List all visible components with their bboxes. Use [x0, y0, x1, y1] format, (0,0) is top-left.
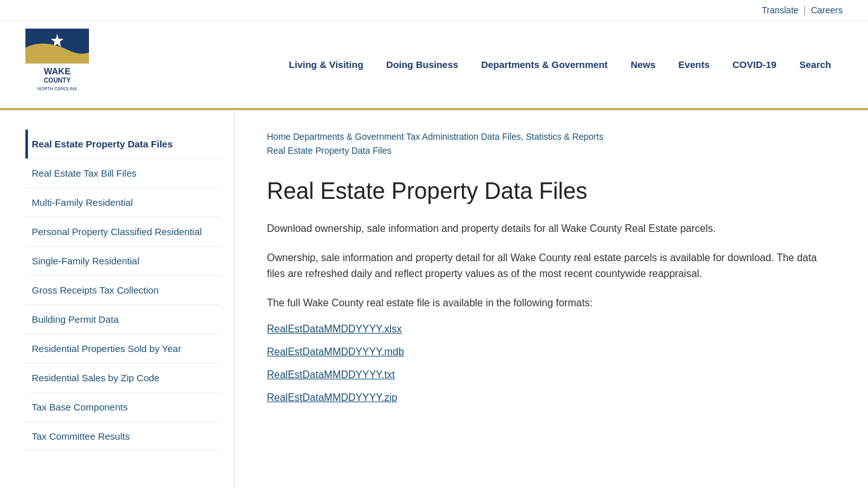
- svg-text:COUNTY: COUNTY: [44, 77, 71, 84]
- intro-paragraph: Download ownership, sale information and…: [267, 220, 836, 237]
- sidebar-item-real-estate-tax-bill[interactable]: Real Estate Tax Bill Files: [25, 159, 222, 188]
- nav-news[interactable]: News: [619, 53, 667, 76]
- sidebar-item-gross-receipts-tax[interactable]: Gross Receipts Tax Collection: [25, 276, 222, 305]
- file-link-txt[interactable]: RealEstDataMMDDYYYY.txt: [267, 369, 836, 381]
- site-header: WAKE COUNTY NORTH CAROLINA Living & Visi…: [0, 21, 868, 110]
- sidebar-item-real-estate-data-files[interactable]: Real Estate Property Data Files: [25, 130, 222, 159]
- svg-text:WAKE: WAKE: [44, 66, 71, 76]
- sidebar-item-building-permit-data[interactable]: Building Permit Data: [25, 305, 222, 334]
- breadcrumb: Home Departments & Government Tax Admini…: [267, 130, 836, 158]
- file-link-mdb[interactable]: RealEstDataMMDDYYYY.mdb: [267, 346, 836, 358]
- sidebar-item-residential-sales-zip[interactable]: Residential Sales by Zip Code: [25, 363, 222, 393]
- nav-events[interactable]: Events: [667, 53, 721, 76]
- breadcrumb-departments[interactable]: Departments & Government: [293, 132, 403, 142]
- top-bar: Translate | Careers: [0, 0, 868, 21]
- careers-link[interactable]: Careers: [811, 5, 843, 15]
- body-paragraph-2: Ownership, sale information and property…: [267, 250, 836, 282]
- nav-departments-government[interactable]: Departments & Government: [470, 53, 619, 76]
- sidebar-item-tax-committee-results[interactable]: Tax Committee Results: [25, 422, 222, 451]
- sidebar: Real Estate Property Data Files Real Est…: [0, 111, 235, 488]
- sidebar-item-residential-properties-sold[interactable]: Residential Properties Sold by Year: [25, 334, 222, 363]
- content-wrapper: Real Estate Property Data Files Real Est…: [0, 111, 868, 488]
- file-link-xlsx[interactable]: RealEstDataMMDDYYYY.xlsx: [267, 323, 836, 335]
- logo-area[interactable]: WAKE COUNTY NORTH CAROLINA: [25, 29, 89, 101]
- sidebar-item-personal-property-classified[interactable]: Personal Property Classified Residential: [25, 217, 222, 247]
- sidebar-item-single-family-residential[interactable]: Single-Family Residential: [25, 247, 222, 276]
- wake-county-logo: WAKE COUNTY NORTH CAROLINA: [25, 29, 89, 98]
- breadcrumb-tax-admin[interactable]: Tax Administration: [406, 132, 478, 142]
- breadcrumb-home[interactable]: Home: [267, 132, 290, 142]
- main-nav: Living & Visiting Doing Business Departm…: [114, 53, 843, 76]
- file-link-zip[interactable]: RealEstDataMMDDYYYY.zip: [267, 392, 836, 403]
- sidebar-item-multi-family-residential[interactable]: Multi-Family Residential: [25, 188, 222, 217]
- main-content: Home Departments & Government Tax Admini…: [235, 111, 868, 488]
- nav-covid19[interactable]: COVID-19: [721, 53, 788, 76]
- svg-text:NORTH CAROLINA: NORTH CAROLINA: [37, 86, 78, 91]
- nav-living-visiting[interactable]: Living & Visiting: [278, 53, 375, 76]
- nav-search[interactable]: Search: [788, 53, 843, 76]
- top-bar-separator: |: [804, 5, 806, 15]
- breadcrumb-real-estate-files[interactable]: Real Estate Property Data Files: [267, 146, 391, 156]
- nav-doing-business[interactable]: Doing Business: [375, 53, 470, 76]
- translate-link[interactable]: Translate: [762, 5, 799, 15]
- breadcrumb-data-files[interactable]: Data Files, Statistics & Reports: [481, 132, 604, 142]
- page-title: Real Estate Property Data Files: [267, 177, 836, 205]
- sidebar-item-tax-base-components[interactable]: Tax Base Components: [25, 393, 222, 422]
- body-paragraph-3: The full Wake County real estate file is…: [267, 295, 836, 311]
